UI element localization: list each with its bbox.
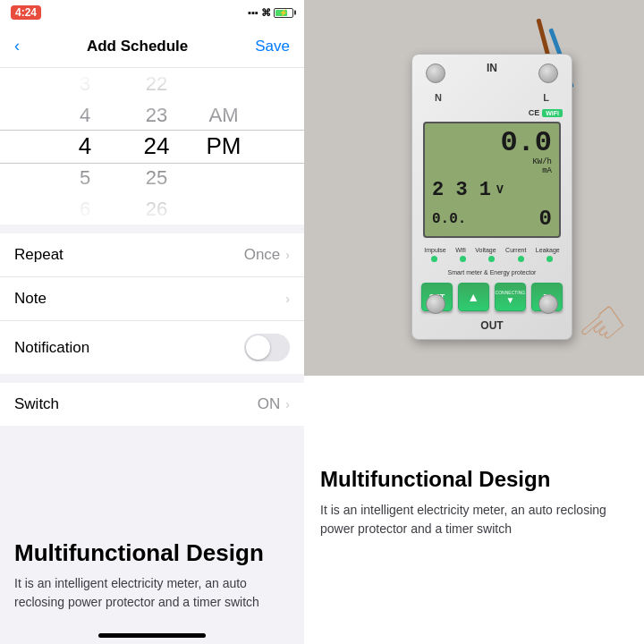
screw-bottom-right — [538, 294, 558, 314]
picker-selection-indicator — [0, 130, 304, 164]
battery-icon: ⚡ — [274, 8, 293, 18]
home-indicator-bar — [98, 633, 206, 638]
cert-badge: CE WiFi — [529, 108, 563, 117]
status-bar: 4:24 ▪▪▪ ⌘ ⚡ — [0, 0, 304, 25]
ce-badge: CE — [529, 108, 540, 117]
lcd-main-number: 0.0 — [500, 129, 552, 157]
picker-am-item: AM — [192, 99, 255, 131]
product-info-panel: Multifunctional Design It is an intellig… — [304, 447, 644, 644]
wifi-cert-badge: WiFi — [542, 109, 563, 117]
switch-value-text: ON — [258, 395, 281, 413]
voltage-label: Voltage — [475, 247, 496, 253]
product-description-right: It is an intelligent electricity meter, … — [320, 501, 628, 538]
notification-row: Notification — [0, 321, 304, 374]
screw-bottom-left — [426, 294, 445, 314]
picker-hour-item: 4 — [49, 99, 121, 131]
current-dot — [518, 256, 524, 262]
picker-hour-item: 3 — [49, 68, 121, 99]
picker-hour-item: 5 — [49, 162, 121, 193]
leakage-dot — [547, 256, 553, 262]
battery-lightning-icon: ⚡ — [279, 9, 288, 17]
leakage-label: Leakage — [536, 247, 560, 253]
picker-minute-item: 22 — [121, 68, 192, 99]
page-title: Add Schedule — [87, 38, 188, 55]
lcd-voltage-unit: V — [496, 183, 504, 197]
lcd-bottom-left-value: 0.0. — [432, 211, 466, 227]
repeat-row[interactable]: Repeat Once › — [0, 233, 304, 277]
note-chevron-icon: › — [285, 292, 290, 306]
indicator-labels: Impulse Wifi Voltage Current Leakage — [419, 247, 564, 253]
up-button[interactable]: ▲ — [458, 283, 489, 311]
notification-toggle[interactable] — [244, 334, 290, 361]
meter-body: IN N L CE WiFi 0.0 KW/h mA — [411, 54, 572, 340]
current-label: Current — [505, 247, 526, 253]
device-label: Smart meter & Energy protector — [412, 269, 572, 275]
lcd-top-row: 0.0 KW/h mA — [432, 129, 552, 175]
schedule-list: Repeat Once › Note › Notification — [0, 233, 304, 374]
nl-terminal-labels: N L — [412, 92, 572, 103]
status-time: 4:24 — [11, 5, 41, 20]
lcd-kwh-unit: KW/h — [532, 157, 552, 166]
switch-row[interactable]: Switch ON › — [0, 383, 304, 426]
impulse-dot — [431, 256, 437, 262]
product-description: It is an intelligent electricity meter, … — [14, 574, 290, 612]
l-label: L — [543, 92, 549, 103]
status-icons: ▪▪▪ ⌘ ⚡ — [248, 7, 293, 19]
note-row[interactable]: Note › — [0, 277, 304, 321]
wifi-dot — [460, 256, 466, 262]
lcd-bottom-row: 0.0. 0 — [432, 207, 552, 231]
picker-minute-item: 23 — [121, 99, 192, 131]
picker-minute-item: 25 — [121, 162, 192, 193]
product-title-right: Multifunctional Design — [320, 467, 628, 492]
in-terminal-label: IN — [487, 62, 497, 74]
wifi-label: Wifi — [455, 247, 466, 253]
back-button[interactable]: ‹ — [14, 37, 20, 55]
repeat-value: Once › — [244, 246, 290, 264]
switch-value: ON › — [258, 395, 290, 413]
picker-hour-item: 6 — [49, 193, 121, 225]
note-value: › — [284, 292, 290, 306]
connecting-button[interactable]: CONNECTING ▼ — [495, 283, 527, 311]
lcd-bottom-right-value: 0 — [539, 207, 552, 231]
product-section: Multifunctional Design It is an intellig… — [0, 426, 304, 626]
signal-icon: ▪▪▪ — [248, 7, 258, 18]
meter-device: IN N L CE WiFi 0.0 KW/h mA — [402, 54, 581, 340]
indicator-dots — [419, 256, 564, 262]
out-terminal-label: OUT — [480, 319, 503, 332]
product-image-panel: IN N L CE WiFi 0.0 KW/h mA — [304, 0, 644, 644]
lcd-mid-row: 2 3 1 V — [432, 179, 552, 201]
voltage-dot — [488, 256, 495, 262]
note-label: Note — [14, 290, 47, 308]
indicators-section: Impulse Wifi Voltage Current Leakage — [412, 247, 572, 262]
down-arrow-icon: ▼ — [505, 295, 514, 305]
navigation-bar: ‹ Add Schedule Save — [0, 25, 304, 68]
switch-label: Switch — [14, 395, 59, 413]
toggle-knob — [246, 335, 270, 360]
save-button[interactable]: Save — [255, 38, 290, 55]
repeat-value-text: Once — [244, 246, 281, 264]
repeat-label: Repeat — [14, 246, 64, 264]
picker-minute-item: 26 — [121, 193, 192, 225]
product-title: Multifunctional Design — [14, 539, 290, 567]
phone-panel: 4:24 ▪▪▪ ⌘ ⚡ ‹ Add Schedule Save 3 4 4 5 — [0, 0, 304, 644]
picker-ampm-item — [192, 162, 255, 193]
lcd-display: 0.0 KW/h mA 2 3 1 V 0.0. 0 — [423, 122, 561, 238]
screw-top-left — [426, 64, 445, 83]
lcd-ma-unit: mA — [542, 166, 552, 175]
time-picker[interactable]: 3 4 4 5 6 21 22 23 24 25 26 27 AM PM — [0, 68, 304, 225]
repeat-chevron-icon: › — [285, 248, 290, 262]
n-label: N — [435, 92, 442, 103]
switch-chevron-icon: › — [285, 397, 290, 411]
wifi-status-icon: ⌘ — [261, 7, 271, 19]
screw-top-right — [538, 64, 558, 83]
impulse-label: Impulse — [424, 247, 446, 253]
notification-label: Notification — [14, 339, 89, 357]
lcd-voltage-value: 2 3 1 — [432, 179, 491, 201]
home-indicator — [0, 626, 304, 644]
